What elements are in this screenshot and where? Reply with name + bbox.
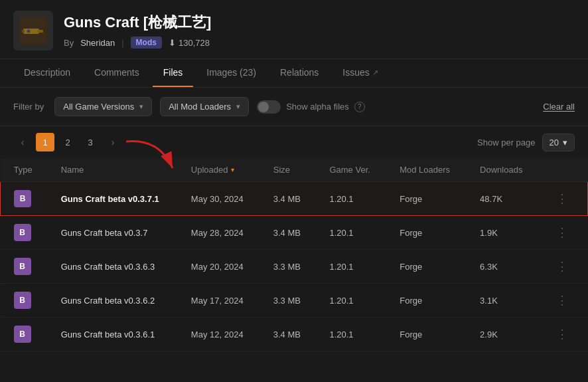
cell-type: B xyxy=(1,216,48,250)
cell-size: 3.4 MB xyxy=(260,318,317,351)
game-versions-dropdown[interactable]: All Game Versions ▾ xyxy=(54,97,152,116)
cell-mod-loaders: Forge xyxy=(386,182,467,216)
cell-name: Guns Craft beta v0.3.6.3 xyxy=(48,250,178,284)
external-link-icon: ↗ xyxy=(372,68,378,77)
filter-bar: Filter by All Game Versions ▾ All Mod Lo… xyxy=(0,88,588,126)
cell-downloads: 3.1K xyxy=(467,284,539,318)
cell-name: Guns Craft beta v0.3.6.2 xyxy=(48,284,178,318)
cell-game-ver: 1.20.1 xyxy=(316,284,386,318)
cell-game-ver: 1.20.1 xyxy=(316,318,386,351)
cell-uploaded: May 30, 2024 xyxy=(178,182,260,216)
table-body: B Guns Craft beta v0.3.7.1 May 30, 2024 … xyxy=(1,182,588,351)
cell-more: ⋮ xyxy=(539,284,588,318)
sort-icon: ▾ xyxy=(231,166,234,173)
filter-by-label: Filter by xyxy=(13,102,44,112)
type-badge: B xyxy=(14,224,31,241)
type-badge: B xyxy=(14,190,31,207)
more-options-button[interactable]: ⋮ xyxy=(552,326,572,342)
file-name[interactable]: Guns Craft beta v0.3.6.3 xyxy=(61,262,155,272)
prev-page-button[interactable]: ‹ xyxy=(13,133,32,151)
download-number: 130,728 xyxy=(179,38,210,48)
table-header: Type Name Uploaded ▾ Size Game Ver. xyxy=(1,158,588,182)
svg-point-5 xyxy=(28,31,30,33)
pagination-bar: ‹ 1 2 3 › Show per page 20 ▾ xyxy=(0,126,588,158)
more-options-button[interactable]: ⋮ xyxy=(552,292,572,308)
mod-loaders-dropdown[interactable]: All Mod Loaders ▾ xyxy=(160,97,249,116)
mod-logo xyxy=(13,11,53,50)
cell-more: ⋮ xyxy=(539,318,588,351)
per-page-wrap: Show per page 20 ▾ xyxy=(477,134,575,151)
col-mod-loaders: Mod Loaders xyxy=(386,158,467,182)
file-name[interactable]: Guns Craft beta v0.3.6.1 xyxy=(61,330,155,339)
table-row[interactable]: B Guns Craft beta v0.3.6.3 May 20, 2024 … xyxy=(1,250,588,284)
cell-more: ⋮ xyxy=(539,216,588,250)
tab-images[interactable]: Images (23) xyxy=(196,59,267,87)
help-icon[interactable]: ? xyxy=(354,102,365,112)
cell-downloads: 48.7K xyxy=(467,182,539,216)
cell-downloads: 2.9K xyxy=(467,318,539,351)
cell-game-ver: 1.20.1 xyxy=(316,182,386,216)
type-badge: B xyxy=(14,326,31,343)
cell-more: ⋮ xyxy=(539,182,588,216)
file-name[interactable]: Guns Craft beta v0.3.7 xyxy=(61,228,148,238)
cell-uploaded: May 12, 2024 xyxy=(178,318,260,351)
cell-mod-loaders: Forge xyxy=(386,318,467,351)
col-game-ver: Game Ver. xyxy=(316,158,386,182)
more-options-button[interactable]: ⋮ xyxy=(552,225,572,240)
show-per-page-label: Show per page xyxy=(477,138,535,147)
cell-size: 3.3 MB xyxy=(260,250,317,284)
col-uploaded[interactable]: Uploaded ▾ xyxy=(178,158,260,182)
page-2-button[interactable]: 2 xyxy=(58,133,77,151)
cell-size: 3.4 MB xyxy=(260,216,317,250)
more-options-button[interactable]: ⋮ xyxy=(552,258,572,274)
show-alpha-toggle-wrap: Show alpha files ? xyxy=(257,100,365,114)
table-row[interactable]: B Guns Craft beta v0.3.7.1 May 30, 2024 … xyxy=(1,182,588,216)
cell-type: B xyxy=(1,284,48,318)
cell-size: 3.4 MB xyxy=(260,182,317,216)
cell-uploaded: May 20, 2024 xyxy=(178,250,260,284)
table-row[interactable]: B Guns Craft beta v0.3.6.2 May 17, 2024 … xyxy=(1,284,588,318)
cell-size: 3.3 MB xyxy=(260,284,317,318)
page-1-button[interactable]: 1 xyxy=(36,133,54,151)
show-alpha-toggle[interactable] xyxy=(257,100,281,114)
files-table: Type Name Uploaded ▾ Size Game Ver. xyxy=(0,158,588,351)
type-badge: B xyxy=(14,292,31,309)
cell-mod-loaders: Forge xyxy=(386,284,467,318)
tab-description[interactable]: Description xyxy=(13,59,81,87)
table-row[interactable]: B Guns Craft beta v0.3.7 May 28, 2024 3.… xyxy=(1,216,588,250)
next-page-button[interactable]: › xyxy=(104,133,122,151)
tab-comments[interactable]: Comments xyxy=(84,59,150,87)
show-alpha-label: Show alpha files xyxy=(286,102,349,112)
mods-badge[interactable]: Mods xyxy=(131,37,162,48)
tab-relations[interactable]: Relations xyxy=(269,59,329,87)
cell-name: Guns Craft beta v0.3.7.1 xyxy=(48,182,178,216)
by-label: By xyxy=(64,38,74,48)
cell-game-ver: 1.20.1 xyxy=(316,216,386,250)
cell-type: B xyxy=(1,182,48,216)
download-icon: ⬇ xyxy=(169,38,176,48)
per-page-dropdown[interactable]: 20 ▾ xyxy=(542,134,575,151)
chevron-down-icon: ▾ xyxy=(139,102,143,111)
cell-downloads: 1.9K xyxy=(467,216,539,250)
cell-mod-loaders: Forge xyxy=(386,250,467,284)
cell-downloads: 6.3K xyxy=(467,250,539,284)
header: Guns Craft [枪械工艺] By Sheridan | Mods ⬇ 1… xyxy=(0,0,588,59)
tab-issues[interactable]: Issues ↗ xyxy=(332,59,388,87)
col-name: Name xyxy=(48,158,178,182)
col-downloads: Downloads xyxy=(467,158,539,182)
more-options-button[interactable]: ⋮ xyxy=(552,191,572,207)
page-3-button[interactable]: 3 xyxy=(81,133,100,151)
cell-type: B xyxy=(1,318,48,351)
cell-more: ⋮ xyxy=(539,250,588,284)
mod-title: Guns Craft [枪械工艺] xyxy=(64,13,211,33)
download-count: ⬇ 130,728 xyxy=(169,38,210,48)
author-name[interactable]: Sheridan xyxy=(80,38,115,48)
cell-type: B xyxy=(1,250,48,284)
cell-mod-loaders: Forge xyxy=(386,216,467,250)
tab-files[interactable]: Files xyxy=(153,59,194,87)
chevron-down-icon: ▾ xyxy=(563,138,567,147)
clear-all-button[interactable]: Clear all xyxy=(543,102,575,112)
file-name[interactable]: Guns Craft beta v0.3.7.1 xyxy=(61,194,159,204)
file-name[interactable]: Guns Craft beta v0.3.6.2 xyxy=(61,296,155,306)
table-row[interactable]: B Guns Craft beta v0.3.6.1 May 12, 2024 … xyxy=(1,318,588,351)
